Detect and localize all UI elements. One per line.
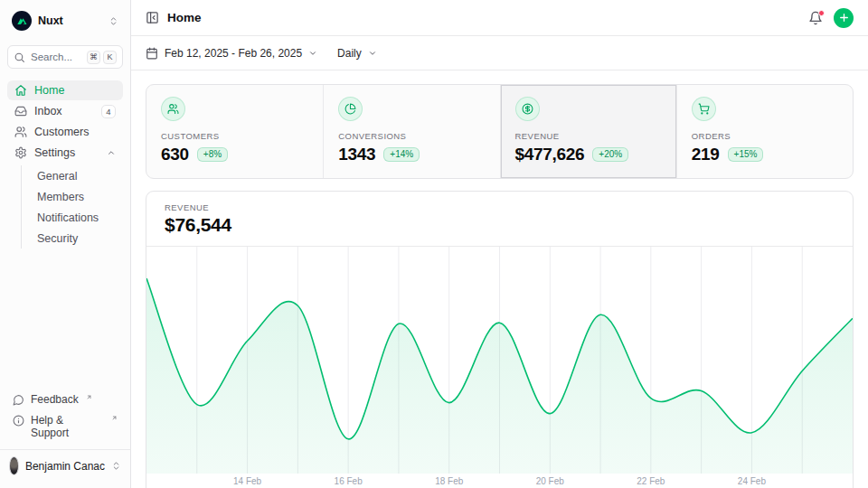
search-placeholder: Search... bbox=[31, 52, 81, 62]
users-icon bbox=[14, 126, 27, 138]
sidebar-item-customers[interactable]: Customers bbox=[7, 122, 123, 142]
x-axis-label: 14 Feb bbox=[233, 476, 261, 486]
stat-card-revenue[interactable]: REVENUE $477,626 +20% bbox=[500, 85, 676, 178]
gear-icon bbox=[14, 146, 27, 159]
kbd-meta: ⌘ bbox=[87, 51, 100, 64]
stat-value: 630 bbox=[161, 145, 189, 164]
sidebar-item-settings[interactable]: Settings bbox=[7, 143, 123, 163]
sidebar-item-security[interactable]: Security bbox=[33, 228, 123, 249]
user-section: Benjamin Canac bbox=[0, 449, 130, 477]
workspace-name: Nuxt bbox=[38, 14, 63, 27]
granularity-value: Daily bbox=[337, 47, 362, 60]
kbd-k: K bbox=[103, 51, 117, 64]
revenue-chart bbox=[146, 247, 853, 474]
stats-row: CUSTOMERS 630 +8% CONVERSIONS 1343 +14% bbox=[146, 84, 854, 179]
home-icon bbox=[14, 84, 27, 97]
stat-delta-badge: +8% bbox=[197, 147, 228, 162]
user-menu[interactable]: Benjamin Canac bbox=[9, 456, 121, 475]
sidebar-item-label: Settings bbox=[34, 146, 75, 159]
external-link-icon bbox=[86, 394, 92, 400]
sidebar-item-label: Inbox bbox=[34, 105, 62, 117]
x-axis-label: 20 Feb bbox=[536, 476, 564, 486]
message-bubble-icon bbox=[13, 394, 24, 406]
topbar: Home bbox=[131, 0, 868, 36]
chart-header: REVENUE $76,544 bbox=[146, 192, 853, 247]
notification-dot bbox=[818, 10, 825, 16]
stat-delta-badge: +20% bbox=[592, 147, 628, 162]
stat-delta-badge: +15% bbox=[728, 147, 764, 162]
stat-label: ORDERS bbox=[692, 131, 838, 141]
stat-value: $477,626 bbox=[515, 145, 585, 164]
nuxt-logo-icon bbox=[12, 11, 32, 31]
stat-card-customers[interactable]: CUSTOMERS 630 +8% bbox=[146, 85, 323, 178]
settings-submenu: General Members Notifications Security bbox=[21, 165, 123, 249]
sidebar-nav: Home Inbox 4 Customers Settings Ge bbox=[7, 80, 123, 249]
x-axis-label: 24 Feb bbox=[738, 476, 766, 486]
help-support-label: Help & Support bbox=[31, 414, 104, 439]
main-area: Home Feb 12, 2025 - Feb 26, 2025 Daily bbox=[131, 0, 868, 488]
external-link-icon bbox=[111, 415, 118, 421]
page-title: Home bbox=[167, 11, 202, 24]
search-input[interactable]: Search... ⌘ K bbox=[7, 45, 123, 69]
area-chart-svg bbox=[146, 247, 853, 474]
x-axis-label: 18 Feb bbox=[435, 476, 463, 486]
sidebar-item-notifications[interactable]: Notifications bbox=[33, 207, 123, 228]
sidebar-item-members[interactable]: Members bbox=[33, 186, 123, 207]
sidebar-item-label: Home bbox=[34, 84, 64, 97]
chevron-up-icon bbox=[107, 148, 116, 157]
calendar-icon bbox=[146, 47, 158, 60]
revenue-chart-panel: REVENUE $76,544 14 Feb16 Feb18 Feb20 bbox=[146, 191, 854, 488]
date-range-picker[interactable]: Feb 12, 2025 - Feb 26, 2025 bbox=[146, 47, 317, 60]
sidebar-item-general[interactable]: General bbox=[33, 165, 123, 186]
sidebar-item-label: Customers bbox=[34, 126, 89, 138]
chart-value: $76,544 bbox=[165, 214, 835, 236]
sidebar-item-home[interactable]: Home bbox=[7, 80, 123, 100]
stat-label: CONVERSIONS bbox=[338, 131, 485, 141]
inbox-count-badge: 4 bbox=[101, 105, 116, 118]
stat-value: 219 bbox=[692, 145, 720, 164]
stat-card-orders[interactable]: ORDERS 219 +15% bbox=[676, 85, 853, 178]
avatar bbox=[9, 456, 19, 475]
search-shortcut: ⌘ K bbox=[87, 51, 117, 64]
chevron-up-down-icon bbox=[108, 16, 118, 26]
sidebar: Nuxt Search... ⌘ K Home Inbox 4 bbox=[0, 0, 131, 488]
feedback-label: Feedback bbox=[31, 393, 79, 406]
search-icon bbox=[14, 52, 25, 63]
help-support-link[interactable]: Help & Support bbox=[7, 410, 123, 443]
granularity-select[interactable]: Daily bbox=[337, 47, 377, 60]
chevron-down-icon bbox=[308, 49, 317, 58]
plus-icon bbox=[838, 12, 850, 23]
topbar-actions bbox=[808, 8, 854, 28]
content: CUSTOMERS 630 +8% CONVERSIONS 1343 +14% bbox=[131, 70, 868, 488]
users-icon bbox=[161, 97, 185, 121]
date-range-value: Feb 12, 2025 - Feb 26, 2025 bbox=[165, 47, 302, 60]
add-button[interactable] bbox=[834, 8, 854, 28]
stat-delta-badge: +14% bbox=[383, 147, 420, 162]
info-circle-icon bbox=[13, 415, 24, 427]
shopping-cart-icon bbox=[692, 97, 716, 121]
chevron-down-icon bbox=[368, 49, 377, 58]
inbox-icon bbox=[14, 105, 27, 117]
chart-label: REVENUE bbox=[165, 202, 835, 212]
chevron-up-down-icon bbox=[111, 461, 121, 471]
filter-toolbar: Feb 12, 2025 - Feb 26, 2025 Daily bbox=[131, 36, 868, 70]
x-axis-label: 22 Feb bbox=[637, 476, 665, 486]
sidebar-footer: Feedback Help & Support Benjamin Canac bbox=[7, 389, 123, 481]
notifications-button[interactable] bbox=[808, 11, 823, 25]
feedback-link[interactable]: Feedback bbox=[7, 389, 123, 409]
workspace-switcher[interactable]: Nuxt bbox=[7, 7, 123, 34]
collapse-sidebar-button[interactable] bbox=[146, 11, 159, 24]
sidebar-item-inbox[interactable]: Inbox 4 bbox=[7, 101, 123, 121]
x-axis-label: 16 Feb bbox=[335, 476, 363, 486]
stat-label: CUSTOMERS bbox=[161, 131, 308, 141]
stat-label: REVENUE bbox=[515, 131, 662, 141]
x-axis: 14 Feb16 Feb18 Feb20 Feb22 Feb24 Feb bbox=[146, 474, 853, 488]
stat-value: 1343 bbox=[338, 145, 375, 164]
stat-card-conversions[interactable]: CONVERSIONS 1343 +14% bbox=[323, 85, 499, 178]
user-name: Benjamin Canac bbox=[25, 460, 105, 473]
dollar-circle-icon bbox=[515, 97, 540, 121]
pie-chart-icon bbox=[338, 97, 363, 121]
